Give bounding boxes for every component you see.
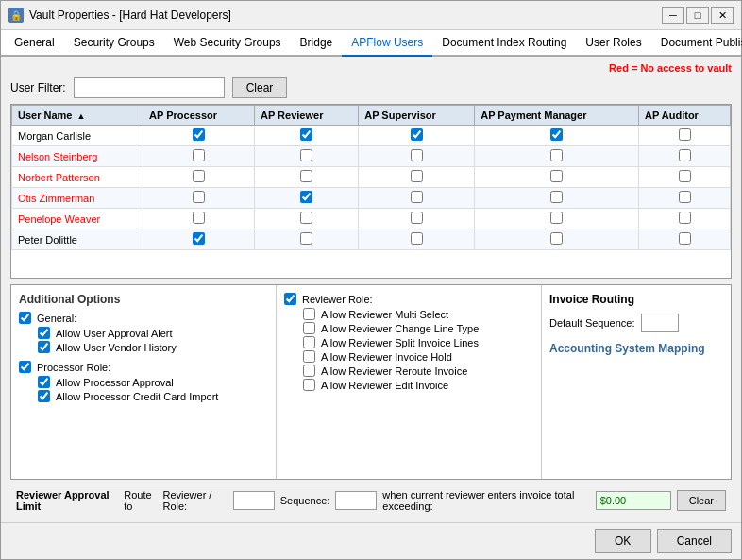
col-ap-processor[interactable]: AP Processor (143, 106, 255, 126)
access-notice: Red = No access to vault (10, 62, 732, 74)
user-table-container: User Name ▲ AP Processor AP Reviewer AP … (10, 104, 732, 279)
maximize-button[interactable]: □ (686, 7, 709, 24)
user-cb[interactable] (300, 232, 312, 245)
default-sequence-label: Default Sequence: (549, 317, 635, 329)
menu-general[interactable]: General (5, 30, 64, 55)
title-bar-left: 🔒 Vault Properties - [Hard Hat Developer… (8, 8, 231, 23)
reviewer-option-row: Allow Reviewer Edit Invoice (303, 379, 533, 391)
main-window: 🔒 Vault Properties - [Hard Hat Developer… (0, 0, 742, 560)
user-cb[interactable] (193, 232, 205, 245)
col-ap-supervisor[interactable]: AP Supervisor (359, 106, 475, 126)
reviewer-option-cb[interactable] (303, 336, 315, 348)
user-cb[interactable] (679, 191, 691, 203)
allow-proc-cc-sub: Allow Processor Credit Card Import (38, 390, 268, 402)
reviewer-panel: Reviewer Role: Allow Reviewer Multi Sele… (277, 285, 542, 479)
reviewer-role-input[interactable] (233, 491, 275, 510)
user-cb[interactable] (193, 212, 205, 224)
table-row-name: Nelson Steinberg (12, 146, 143, 167)
user-cb[interactable] (411, 191, 423, 203)
allow-proc-approval-checkbox[interactable] (38, 376, 50, 388)
menu-doc-publishing[interactable]: Document Publishing (651, 30, 742, 55)
user-cb[interactable] (550, 212, 563, 224)
allow-approval-checkbox[interactable] (38, 327, 50, 339)
user-cb[interactable] (193, 128, 205, 141)
user-cb[interactable] (300, 170, 312, 182)
reviewer-option-row: Allow Reviewer Reroute Invoice (303, 365, 533, 377)
close-button[interactable]: ✕ (711, 7, 734, 24)
reviewer-option-cb[interactable] (303, 365, 315, 377)
user-cb[interactable] (550, 191, 563, 203)
general-group: General: Allow User Approval Alert Allow… (19, 312, 268, 353)
sequence-input[interactable] (335, 491, 377, 510)
menu-bar: General Security Groups Web Security Gro… (1, 30, 741, 57)
user-cb[interactable] (679, 128, 691, 141)
reviewer-option-row: Allow Reviewer Invoice Hold (303, 350, 533, 363)
user-cb[interactable] (193, 149, 205, 161)
reviewer-option-cb[interactable] (303, 308, 315, 320)
ok-button[interactable]: OK (595, 529, 651, 553)
reviewer-option-cb[interactable] (303, 350, 315, 363)
invoice-routing-title: Invoice Routing (549, 293, 723, 306)
user-cb[interactable] (300, 128, 312, 141)
col-ap-payment[interactable]: AP Payment Manager (475, 106, 639, 126)
cancel-button[interactable]: Cancel (657, 529, 732, 553)
user-cb[interactable] (411, 149, 423, 161)
user-cb[interactable] (679, 149, 691, 161)
menu-doc-index[interactable]: Document Index Routing (432, 30, 576, 55)
menu-web-security[interactable]: Web Security Groups (164, 30, 291, 55)
user-cb[interactable] (300, 212, 312, 224)
amount-input[interactable] (596, 491, 671, 510)
user-cb[interactable] (193, 170, 205, 182)
table-row: Norbert Pattersen (12, 167, 731, 188)
user-cb[interactable] (550, 170, 563, 182)
user-cb[interactable] (411, 232, 423, 245)
user-cb[interactable] (411, 128, 423, 141)
col-username[interactable]: User Name ▲ (12, 106, 143, 126)
reviewer-role-input-label: Reviewer / Role: (162, 489, 227, 512)
reviewer-role-checkbox[interactable] (284, 293, 296, 305)
title-controls: ─ □ ✕ (662, 7, 734, 24)
table-row-name: Otis Zimmerman (12, 188, 143, 209)
processor-group: Processor Role: Allow Processor Approval… (19, 361, 268, 402)
user-cb[interactable] (550, 232, 563, 245)
minimize-button[interactable]: ─ (662, 7, 684, 24)
default-sequence-input[interactable] (641, 314, 679, 332)
filter-clear-button[interactable]: Clear (232, 77, 288, 98)
user-cb[interactable] (679, 212, 691, 224)
menu-security-groups[interactable]: Security Groups (64, 30, 164, 55)
user-cb[interactable] (411, 170, 423, 182)
processor-checkbox[interactable] (19, 361, 31, 373)
user-cb[interactable] (193, 191, 205, 203)
user-cb[interactable] (550, 149, 563, 161)
reviewer-option-cb[interactable] (303, 379, 315, 391)
table-row: Morgan Carlisle (12, 126, 731, 146)
user-cb[interactable] (411, 212, 423, 224)
menu-apflow-users[interactable]: APFlow Users (342, 30, 432, 57)
user-cb[interactable] (300, 191, 312, 203)
user-cb[interactable] (300, 149, 312, 161)
processor-option-row: Processor Role: (19, 361, 268, 373)
general-checkbox[interactable] (19, 312, 31, 324)
table-row-name: Morgan Carlisle (12, 126, 143, 146)
col-ap-auditor[interactable]: AP Auditor (639, 106, 731, 126)
user-cb[interactable] (550, 128, 563, 141)
limit-clear-button[interactable]: Clear (677, 490, 726, 511)
allow-vendor-label: Allow User Vendor History (56, 342, 177, 353)
options-panel: Additional Options General: Allow User A… (11, 285, 277, 479)
col-ap-reviewer[interactable]: AP Reviewer (254, 106, 358, 126)
allow-vendor-checkbox[interactable] (38, 341, 50, 353)
app-icon: 🔒 (8, 8, 24, 23)
menu-bridge[interactable]: Bridge (291, 30, 343, 55)
allow-proc-cc-label: Allow Processor Credit Card Import (56, 391, 218, 402)
general-option-row: General: (19, 312, 268, 324)
user-cb[interactable] (679, 170, 691, 182)
allow-proc-approval-sub: Allow Processor Approval (38, 376, 268, 388)
reviewer-options: Allow Reviewer Multi SelectAllow Reviewe… (284, 308, 533, 391)
menu-user-roles[interactable]: User Roles (576, 30, 650, 55)
user-cb[interactable] (679, 232, 691, 245)
reviewer-option-cb[interactable] (303, 322, 315, 334)
allow-proc-approval-label: Allow Processor Approval (56, 377, 174, 388)
filter-input[interactable] (74, 77, 225, 98)
allow-proc-cc-checkbox[interactable] (38, 390, 50, 402)
accounting-title: Accounting System Mapping (549, 342, 723, 355)
